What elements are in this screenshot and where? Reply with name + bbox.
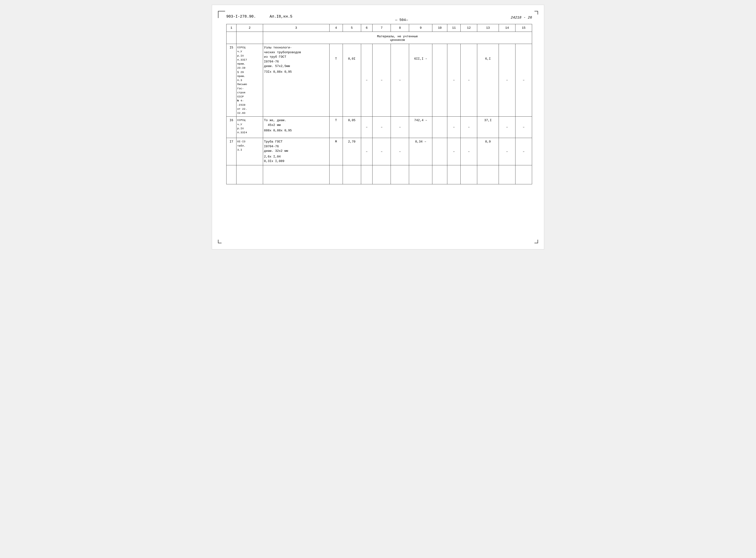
empty-col12 bbox=[461, 165, 477, 184]
empty-col10 bbox=[433, 165, 447, 184]
col-header-7: 7 bbox=[372, 24, 391, 32]
row-I7-col14: – bbox=[499, 138, 516, 165]
table-row: I7 OI-I3табл.3.I Труба ГОСТ I0704-76 диа… bbox=[227, 138, 532, 165]
row-I7-col13: 0,9 bbox=[477, 138, 499, 165]
row-I7-unit: М bbox=[329, 138, 343, 165]
row-I5-col8: – bbox=[391, 44, 409, 117]
empty-col8 bbox=[391, 165, 409, 184]
col-header-10: 10 bbox=[433, 24, 447, 32]
table-row: I6 ССРСЦч.Ур.IXп.33I4 То же, диам. 45x2 … bbox=[227, 117, 532, 138]
corner-mark-tr bbox=[535, 11, 538, 15]
table-header-row: 1 2 3 4 5 6 7 8 9 10 11 12 13 14 15 bbox=[227, 24, 532, 32]
row-I7-id: I7 bbox=[227, 138, 236, 165]
row-I7-col8: – bbox=[391, 138, 409, 165]
row-I5-col5: 0,0I bbox=[343, 44, 361, 117]
row-I7-col12: – bbox=[461, 138, 477, 165]
row-I6-col9: 742,4 – bbox=[409, 117, 433, 138]
empty-col3 bbox=[263, 165, 329, 184]
table-row: I5 ССРСЦч.Ур.IXп.33I7прим.23-I0§ 29прим.… bbox=[227, 44, 532, 117]
empty-col5 bbox=[343, 165, 361, 184]
row-I5-col7: – bbox=[372, 44, 391, 117]
col-header-3: 3 bbox=[263, 24, 329, 32]
empty-col9 bbox=[409, 165, 433, 184]
row-I6-col8: – bbox=[391, 117, 409, 138]
row-I7-col9: 0,34 – bbox=[409, 138, 433, 165]
row-I6-col13: 37,I bbox=[477, 117, 499, 138]
row-I6-col12: – bbox=[461, 117, 477, 138]
row-I6-description: То же, диам. 45x2 мм 888x 0,88x 0,95 bbox=[263, 117, 329, 138]
col-header-13: 13 bbox=[477, 24, 499, 32]
col-header-14: 14 bbox=[499, 24, 516, 32]
col-header-5: 5 bbox=[343, 24, 361, 32]
empty-col11 bbox=[447, 165, 461, 184]
col-header-8: 8 bbox=[391, 24, 409, 32]
col-header-12: 12 bbox=[461, 24, 477, 32]
empty-col15 bbox=[515, 165, 532, 184]
row-I5-col15: – bbox=[515, 44, 532, 117]
main-table: 1 2 3 4 5 6 7 8 9 10 11 12 13 14 15 bbox=[226, 24, 532, 184]
row-I7-col15: – bbox=[515, 138, 532, 165]
header-page-number: — 504— bbox=[395, 18, 408, 22]
row-I5-description: Узлы технологи- ческих трубопроводов из … bbox=[263, 44, 329, 117]
doc-number: 903-I-278.90. bbox=[226, 15, 256, 19]
row-I6-col11: – bbox=[447, 117, 461, 138]
row-I5-ref: ССРСЦч.Ур.IXп.33I7прим.23-I0§ 29прим.п.3… bbox=[236, 44, 263, 117]
row-I6-id: I6 bbox=[227, 117, 236, 138]
row-I7-col5: 2,70 bbox=[343, 138, 361, 165]
empty-col14 bbox=[499, 165, 516, 184]
row-I5-col11: – bbox=[447, 44, 461, 117]
row-I6-col14: – bbox=[499, 117, 516, 138]
row-I6-col7: – bbox=[372, 117, 391, 138]
doc-ref: Ал.I8,кн.5 bbox=[269, 15, 292, 19]
row-I5-col13: 6,I bbox=[477, 44, 499, 117]
section-title-row: Материалы, не учтенные ценником bbox=[227, 32, 532, 44]
empty-col6 bbox=[361, 165, 372, 184]
row-I6-col5: 0,05 bbox=[343, 117, 361, 138]
empty-row bbox=[227, 165, 532, 184]
header-doc-info: 903-I-278.90. Ал.I8,кн.5 bbox=[226, 15, 292, 19]
row-I7-col10 bbox=[433, 138, 447, 165]
col-header-6: 6 bbox=[361, 24, 372, 32]
row-I7-col11: – bbox=[447, 138, 461, 165]
row-I6-unit: Т bbox=[329, 117, 343, 138]
row-I5-col9: 6II,I – bbox=[409, 44, 433, 117]
document-page: 903-I-278.90. Ал.I8,кн.5 — 504— 24218 - … bbox=[212, 5, 544, 249]
row-I5-id: I5 bbox=[227, 44, 236, 117]
row-I6-ref: ССРСЦч.Ур.IXп.33I4 bbox=[236, 117, 263, 138]
col-header-9: 9 bbox=[409, 24, 433, 32]
section-border-col2 bbox=[236, 32, 263, 44]
row-I5-col6: – bbox=[361, 44, 372, 117]
col-header-1: 1 bbox=[227, 24, 236, 32]
row-I7-description: Труба ГОСТ I0704-76 диам. 32x2 мм 2,6x I… bbox=[263, 138, 329, 165]
empty-col7 bbox=[372, 165, 391, 184]
document-header: 903-I-278.90. Ал.I8,кн.5 — 504— 24218 - … bbox=[226, 15, 532, 22]
col-header-11: 11 bbox=[447, 24, 461, 32]
col-header-15: 15 bbox=[515, 24, 532, 32]
empty-col4 bbox=[329, 165, 343, 184]
col-header-2: 2 bbox=[236, 24, 263, 32]
section-title-cell: Материалы, не учтенные ценником bbox=[263, 32, 532, 44]
row-I5-col12: – bbox=[461, 44, 477, 117]
section-border-left bbox=[227, 32, 236, 44]
row-I6-col6: – bbox=[361, 117, 372, 138]
row-I6-col15: – bbox=[515, 117, 532, 138]
corner-mark-br bbox=[535, 240, 538, 243]
row-I5-col14: – bbox=[499, 44, 516, 117]
row-I7-col6: – bbox=[361, 138, 372, 165]
empty-col13 bbox=[477, 165, 499, 184]
row-I7-ref: OI-I3табл.3.I bbox=[236, 138, 263, 165]
corner-mark-tl bbox=[218, 11, 225, 18]
empty-col2 bbox=[236, 165, 263, 184]
empty-col1 bbox=[227, 165, 236, 184]
row-I6-col10 bbox=[433, 117, 447, 138]
corner-mark-bl bbox=[218, 240, 221, 243]
row-I5-unit: Т bbox=[329, 44, 343, 117]
col-header-4: 4 bbox=[329, 24, 343, 32]
row-I7-col7: – bbox=[372, 138, 391, 165]
header-drawing-number: 24218 - 26 bbox=[511, 16, 532, 20]
row-I5-col10 bbox=[433, 44, 447, 117]
